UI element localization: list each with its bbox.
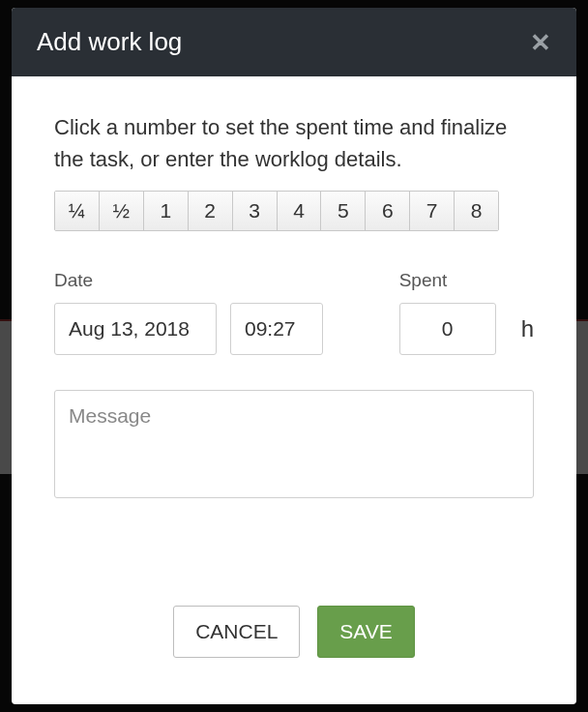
save-button[interactable]: SAVE bbox=[317, 606, 414, 658]
spent-label: Spent bbox=[399, 270, 534, 291]
modal-body: Click a number to set the spent time and… bbox=[12, 76, 576, 580]
spent-field-group: Spent h bbox=[399, 270, 534, 355]
quick-time-quarter[interactable]: ¼ bbox=[55, 192, 100, 230]
quick-time-group: ¼ ½ 1 2 3 4 5 6 7 8 bbox=[54, 191, 499, 231]
date-field-group: Date bbox=[54, 270, 323, 355]
date-label: Date bbox=[54, 270, 323, 291]
quick-time-3[interactable]: 3 bbox=[233, 192, 278, 230]
quick-time-5[interactable]: 5 bbox=[321, 192, 366, 230]
quick-time-7[interactable]: 7 bbox=[410, 192, 455, 230]
quick-time-half[interactable]: ½ bbox=[100, 192, 144, 230]
add-worklog-modal: Add work log ✕ Click a number to set the… bbox=[12, 8, 576, 704]
time-input[interactable] bbox=[230, 303, 323, 355]
quick-time-1[interactable]: 1 bbox=[144, 192, 189, 230]
close-icon[interactable]: ✕ bbox=[530, 30, 551, 55]
modal-title: Add work log bbox=[37, 27, 182, 57]
modal-header: Add work log ✕ bbox=[12, 8, 576, 76]
cancel-button[interactable]: CANCEL bbox=[173, 606, 300, 658]
modal-footer: CANCEL SAVE bbox=[12, 580, 576, 704]
quick-time-2[interactable]: 2 bbox=[189, 192, 233, 230]
quick-time-6[interactable]: 6 bbox=[366, 192, 410, 230]
spent-input[interactable] bbox=[399, 303, 496, 355]
instruction-text: Click a number to set the spent time and… bbox=[54, 111, 534, 175]
spent-unit: h bbox=[521, 315, 534, 342]
message-input[interactable] bbox=[54, 390, 534, 498]
quick-time-8[interactable]: 8 bbox=[455, 192, 498, 230]
date-input[interactable] bbox=[54, 303, 217, 355]
quick-time-4[interactable]: 4 bbox=[278, 192, 322, 230]
